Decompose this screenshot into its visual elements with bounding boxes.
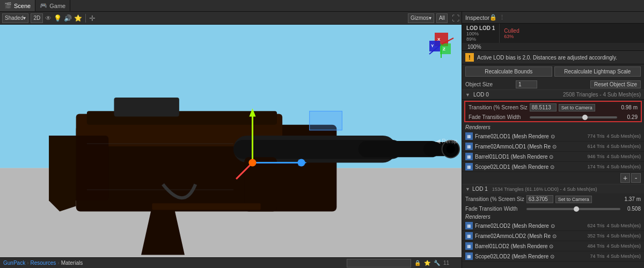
maximize-icon[interactable]: ⛶ [452,14,459,23]
renderer-tris-0: 774 Tris [587,133,604,139]
renderers-label-lod1: Renderers [462,213,644,221]
renderer-icon-lod1-2: ▦ [465,242,473,250]
inspector-header: Inspector 🔒 ⋮ [462,12,644,24]
svg-marker-16 [49,136,76,212]
renderer-name-lod1-1: Frame02AmmoLOD2 (Mesh Re ⊙ [475,233,585,239]
lod-header-bar: LOD LOD 1 100% 89% Culled 63% [462,24,644,43]
bottom-icons: 🔒 ⭐ 🔧 11 [347,259,458,267]
set-to-camera-btn-lod0[interactable]: Set to Camera [559,104,595,111]
breadcrumb-part-1[interactable]: GunPack [3,260,25,266]
breadcrumb: GunPack › Resources › Materials [3,260,83,266]
breadcrumb-part-2[interactable]: Resources [30,260,56,266]
warning-bar: ! Active LOD bias is 2.0. Distances are … [462,50,644,64]
shading-selector[interactable]: Shaded ▾ [2,13,28,23]
set-to-camera-btn-lod1[interactable]: Set to Camera [555,196,592,203]
star-icon[interactable]: ⭐ [424,260,430,266]
top-bar: 🎬 Scene 🎮 Game [0,0,644,12]
lod-culled-block: Culled 63% [500,24,523,43]
reset-object-size-button[interactable]: Reset Object Size [590,80,641,88]
transform-icon[interactable]: ✛ [89,14,96,23]
add-remove-row: + - [462,172,644,184]
recalculate-lightmap-button[interactable]: Recalculate Lightmap Scale [554,66,641,77]
tab-scene[interactable]: 🎬 Scene [0,0,35,11]
renderer-name-1: Frame02AmmoLOD1 (Mesh Re ⊙ [475,144,585,150]
svg-rect-26 [310,111,342,130]
fade-slider-lod0[interactable] [530,116,617,118]
transition-value-lod1: 63.3705 [526,195,553,203]
fade-value-lod0: 0.29 [621,114,638,120]
renderer-sub-1: 4 Sub Mesh(es) [606,144,641,149]
scene-area[interactable]: X Y Z ◀ Persp [0,25,462,257]
renderer-icon-0: ▦ [465,132,473,140]
lod-pct1: 100% [466,31,495,36]
lod-name: LOD LOD 1 [466,25,495,31]
transition-row-lod1: Transition (% Screen Siz 63.3705 Set to … [462,193,644,205]
renderer-item-2: ▦ Barrel01LOD1 (Mesh Rendere ⊙ 946 Tris … [462,152,644,162]
lod1-section-header[interactable]: ▼ LOD 1 1534 Triangles (61.16% LOD0) - 4… [462,184,644,193]
transition-value-lod0: 88.5113 [530,103,557,111]
renderer-name-lod1-3: Scope02LOD2 (Mesh Rendere ⊙ [475,254,588,259]
inspector-panel: Inspector 🔒 ⋮ LOD LOD 1 100% 89% Culled … [462,12,644,268]
search-box[interactable] [347,259,411,267]
fade-slider-lod1[interactable] [526,208,620,210]
recalculate-bounds-button[interactable]: Recalculate Bounds [465,66,552,77]
lod0-expand-icon: ▼ [465,92,470,98]
toolbar-icon-4: ⭐ [74,14,82,22]
fade-value-lod1: 0.508 [625,206,641,212]
all-btn[interactable]: All [436,13,448,23]
renderer-name-3: Scope02LOD1 (Mesh Rendere ⊙ [475,164,585,170]
renderer-item-lod1-3: ▦ Scope02LOD2 (Mesh Rendere ⊙ 74 Tris 4 … [462,251,644,262]
renderer-item-lod1-0: ▦ Frame02LOD2 (Mesh Rendere ⊙ 624 Tris 4… [462,221,644,231]
all-label: All [439,15,445,21]
add-renderer-button[interactable]: + [620,173,630,183]
renderer-item-0: ▦ Frame02LOD1 (Mesh Rendere ⊙ 774 Tris 4… [462,131,644,142]
buttons-row: Recalculate Bounds Recalculate Lightmap … [462,64,644,79]
renderer-name-0: Frame02LOD1 (Mesh Rendere ⊙ [475,133,585,139]
game-tab-icon: 🎮 [40,2,47,9]
lock-icon[interactable]: 🔒 [414,260,421,266]
renderer-icon-lod1-3: ▦ [465,252,473,260]
lod0-section-header[interactable]: ▼ LOD 0 2508 Triangles - 4 Sub Mesh(es) [462,90,644,100]
gizmos-btn[interactable]: Gizmos ▾ [408,13,434,23]
warning-icon: ! [465,53,474,62]
breadcrumb-separator-1: › [27,260,28,266]
culled-pct: 63% [504,34,519,39]
settings-icon[interactable]: 🔧 [434,260,440,266]
mode-2d-btn[interactable]: 2D [31,13,43,23]
svg-rect-11 [152,203,260,210]
renderer-list-lod0: ▦ Frame02LOD1 (Mesh Rendere ⊙ 774 Tris 4… [462,131,644,172]
lod0-triangles: 2508 Triangles - 4 Sub Mesh(es) [563,92,641,98]
lock-inspector-icon[interactable]: 🔒 [489,14,497,21]
orientation-gizmo[interactable]: X Y Z [427,30,456,59]
renderer-tris-lod1-3: 74 Tris [590,254,604,259]
culled-label: Culled [504,28,519,34]
renderer-sub-lod1-3: 4 Sub Mesh(es) [606,254,641,259]
renderer-item-3: ▦ Scope02LOD1 (Mesh Rendere ⊙ 174 Tris 4… [462,162,644,172]
fade-slider-thumb-lod1[interactable] [574,206,579,212]
svg-text:X: X [437,37,441,42]
renderer-sub-lod1-2: 4 Sub Mesh(es) [606,243,641,249]
svg-rect-8 [114,98,179,116]
camera-dist-lod0: 0.98 m [621,105,638,110]
fade-slider-thumb-lod0[interactable] [582,115,588,120]
tab-game[interactable]: 🎮 Game [35,0,70,11]
lod1-expand-icon: ▼ [465,187,470,192]
renderer-name-lod1-0: Frame02LOD2 (Mesh Rendere ⊙ [475,223,585,229]
gizmos-label: Gizmos [411,15,429,21]
remove-renderer-button[interactable]: - [631,173,641,183]
pct100-label: 100% [465,43,484,51]
renderer-sub-0: 4 Sub Mesh(es) [606,133,641,139]
renderer-tris-lod1-2: 484 Tris [587,243,604,249]
renderer-list-lod1: ▦ Frame02LOD2 (Mesh Rendere ⊙ 624 Tris 4… [462,221,644,262]
search-input[interactable] [349,260,408,266]
renderer-tris-1: 614 Tris [587,144,604,149]
viewport-toolbar: Shaded ▾ 2D 👁 💡 🔊 ⭐ ✛ Gizmos ▾ All ⛶ [0,12,462,25]
game-tab-label: Game [49,3,65,9]
fade-row-lod1: Fade Transition Width 0.508 [462,205,644,213]
breadcrumb-part-3[interactable]: Materials [61,260,83,266]
more-options-icon[interactable]: ⋮ [499,14,505,21]
perspective-label: ◀ Persp [436,138,457,145]
lod1-triangles: 1534 Triangles (61.16% LOD0) - 4 Sub Mes… [492,187,597,192]
svg-point-25 [297,159,305,166]
renderer-item-lod1-1: ▦ Frame02AmmoLOD2 (Mesh Re ⊙ 352 Tris 4 … [462,231,644,241]
